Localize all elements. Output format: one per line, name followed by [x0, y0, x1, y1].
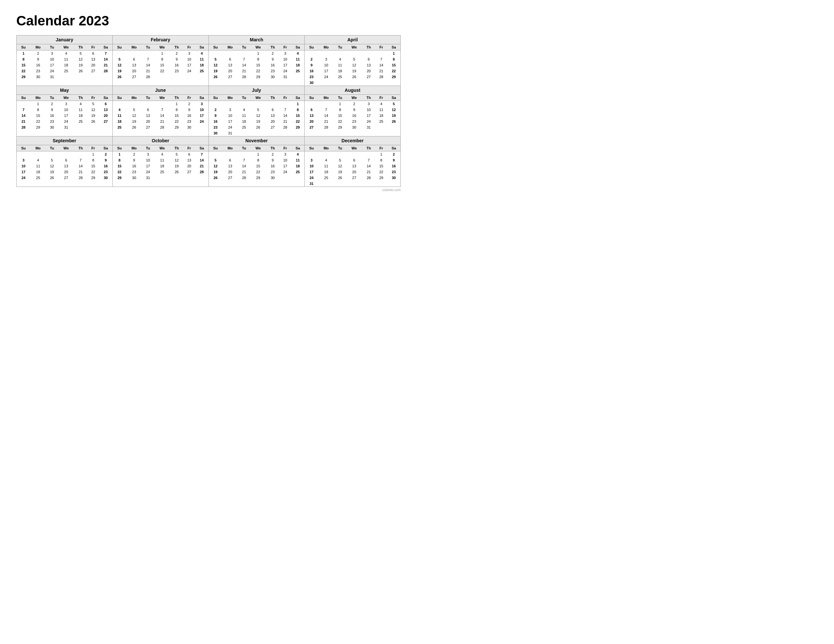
day-cell: 4 — [30, 157, 46, 163]
day-cell: 20 — [223, 169, 238, 175]
day-cell: 27 — [305, 124, 318, 130]
day-cell — [209, 152, 223, 158]
day-cell: 10 — [17, 163, 30, 169]
day-header-mo: Mo — [318, 95, 334, 101]
day-cell — [305, 152, 318, 158]
day-cell: 7 — [375, 56, 387, 62]
day-cell: 14 — [154, 113, 170, 118]
day-cell — [291, 130, 304, 136]
day-cell: 20 — [362, 68, 375, 74]
week-row: 12 — [305, 152, 400, 158]
week-row: 9101112131415 — [305, 62, 400, 68]
day-cell — [362, 50, 375, 56]
day-cell: 20 — [87, 62, 99, 68]
day-cell: 7 — [318, 107, 334, 113]
day-cell: 26 — [126, 124, 142, 130]
day-cell: 13 — [58, 163, 74, 169]
day-cell: 27 — [126, 74, 142, 80]
day-cell: 20 — [346, 169, 362, 175]
day-cell: 19 — [387, 113, 400, 118]
day-cell: 27 — [362, 74, 375, 80]
day-cell: 3 — [58, 101, 74, 107]
day-cell: 27 — [87, 68, 99, 74]
day-cell: 24 — [318, 74, 334, 80]
day-cell: 9 — [99, 157, 112, 163]
day-cell: 3 — [142, 152, 154, 158]
day-cell: 4 — [291, 50, 304, 56]
day-cell: 11 — [291, 157, 304, 163]
day-cell: 29 — [387, 74, 400, 80]
day-cell: 4 — [375, 101, 387, 107]
day-cell: 13 — [266, 113, 279, 118]
day-cell: 24 — [279, 169, 291, 175]
day-cell: 8 — [291, 107, 304, 113]
day-cell: 15 — [250, 62, 266, 68]
day-cell: 17 — [279, 163, 291, 169]
day-cell: 23 — [266, 169, 279, 175]
day-header-mo: Mo — [30, 44, 46, 50]
day-cell — [238, 101, 250, 107]
day-cell: 10 — [46, 56, 58, 62]
day-cell — [126, 101, 142, 107]
day-cell — [318, 152, 334, 158]
day-cell: 6 — [223, 157, 238, 163]
day-header-th: Th — [74, 44, 87, 50]
day-cell: 19 — [250, 118, 266, 124]
day-header-mo: Mo — [126, 145, 142, 152]
day-cell: 29 — [30, 124, 46, 130]
day-cell — [154, 74, 170, 80]
day-cell: 22 — [87, 169, 99, 175]
day-cell — [142, 50, 154, 56]
day-cell — [113, 101, 126, 107]
day-cell: 25 — [291, 169, 304, 175]
day-header-th: Th — [362, 145, 375, 152]
day-cell — [170, 74, 183, 80]
day-cell: 28 — [154, 124, 170, 130]
day-cell: 10 — [58, 107, 74, 113]
day-cell: 19 — [346, 68, 362, 74]
day-cell: 23 — [346, 118, 362, 124]
day-cell: 12 — [346, 62, 362, 68]
week-row: 1234 — [209, 152, 305, 158]
day-cell: 15 — [250, 163, 266, 169]
week-row: 19202122232425 — [209, 68, 305, 74]
day-cell: 31 — [58, 124, 74, 130]
week-row: 1234 — [209, 50, 305, 56]
day-cell — [250, 101, 266, 107]
day-cell — [223, 50, 238, 56]
week-row: 123 — [113, 101, 208, 107]
day-cell: 21 — [318, 118, 334, 124]
day-cell: 10 — [195, 107, 208, 113]
month-header: September — [17, 136, 112, 145]
day-cell: 26 — [170, 169, 183, 175]
day-cell: 1 — [250, 152, 266, 158]
day-cell: 20 — [266, 118, 279, 124]
day-cell — [154, 101, 170, 107]
day-header-sa: Sa — [195, 44, 208, 50]
day-cell: 31 — [142, 175, 154, 181]
week-row: 1234567 — [17, 50, 112, 56]
day-cell: 19 — [334, 169, 346, 175]
day-cell — [142, 101, 154, 107]
day-header-th: Th — [362, 95, 375, 101]
day-cell: 1 — [250, 50, 266, 56]
week-row: 31 — [305, 181, 400, 187]
day-header-we: We — [250, 95, 266, 101]
week-row: 17181920212223 — [17, 169, 112, 175]
day-header-th: Th — [74, 95, 87, 101]
day-cell: 16 — [387, 163, 400, 169]
day-cell: 16 — [99, 163, 112, 169]
day-cell: 10 — [318, 62, 334, 68]
month-header: August — [305, 86, 400, 95]
day-cell: 5 — [250, 107, 266, 113]
day-cell: 9 — [305, 62, 318, 68]
day-cell: 14 — [362, 163, 375, 169]
day-header-we: We — [250, 145, 266, 152]
day-cell: 2 — [346, 101, 362, 107]
week-row: 1 — [305, 50, 400, 56]
day-cell: 27 — [183, 169, 195, 175]
week-row: 3456789 — [305, 157, 400, 163]
day-cell: 4 — [291, 152, 304, 158]
day-cell: 4 — [318, 157, 334, 163]
day-header-fr: Fr — [375, 95, 387, 101]
